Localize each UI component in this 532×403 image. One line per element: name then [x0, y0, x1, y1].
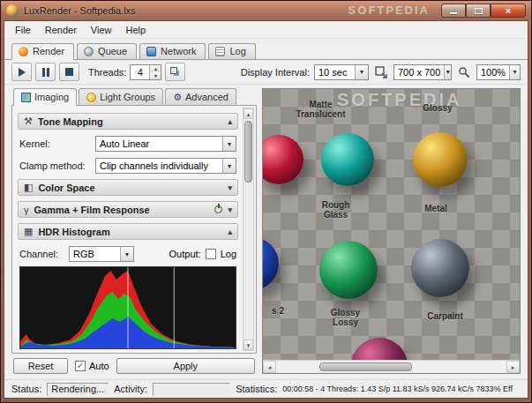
activity-label: Activity: [114, 384, 147, 394]
pause-icon [42, 68, 45, 77]
apply-button[interactable]: Apply [116, 358, 255, 374]
activity-field [153, 383, 230, 396]
histogram-plot [20, 267, 236, 348]
minimize-icon [450, 12, 457, 14]
caption-buttons: × [441, 4, 526, 18]
output-group: Output: Log [169, 249, 236, 259]
client-area: File Render View Help Render Queue Netwo… [4, 20, 528, 399]
scroll-down-icon[interactable]: ▾ [244, 340, 253, 350]
material-label: s 2 [263, 306, 296, 316]
tab-imaging-label: Imaging [34, 92, 69, 102]
maximize-button[interactable] [466, 4, 491, 18]
display-interval-label: Display Interval: [241, 67, 310, 78]
status-field: Rendering... [47, 383, 109, 396]
chevron-down-icon[interactable]: ▾ [222, 159, 236, 173]
light-bulb-icon [86, 93, 96, 102]
power-toggle-icon[interactable] [214, 205, 222, 213]
clamp-method-combo[interactable]: Clip channels individually ▾ [95, 158, 236, 174]
statusbar: Status: Rendering... Activity: Statistic… [4, 379, 528, 398]
luxrender-window: LuxRender - Softpedia.lxs SOFTPEDIA × Fi… [0, 0, 532, 403]
tab-network[interactable]: Network [139, 43, 206, 59]
tab-advanced[interactable]: ⚙ Advanced [165, 88, 236, 105]
chevron-down-icon[interactable]: ▾ [120, 247, 133, 261]
auto-checkbox[interactable]: ✓ [75, 361, 86, 371]
section-gamma-film-response[interactable]: γ Gamma + Film Response ▾ [18, 201, 238, 218]
log-tab-icon [215, 47, 225, 56]
gear-icon: ⚙ [173, 93, 182, 102]
network-tab-icon [146, 47, 156, 56]
menu-view[interactable]: View [84, 23, 119, 37]
close-button[interactable]: × [491, 4, 526, 18]
reset-button[interactable]: Reset [13, 358, 68, 374]
material-label: Glossy Lossy [312, 308, 378, 327]
collapse-icon[interactable]: ▴ [228, 117, 232, 126]
zoom-value: 100% [477, 67, 509, 78]
minimize-button[interactable] [441, 4, 466, 18]
material-label: Rough Glass [298, 200, 373, 220]
collapse-icon[interactable]: ▴ [228, 228, 232, 236]
gamma-title: Gamma + Film Response [34, 205, 150, 215]
stop-icon [65, 68, 73, 76]
material-label: Metal [401, 204, 471, 213]
render-hscrollbar[interactable]: ◂ ▸ [263, 360, 520, 373]
panel-scrollbar-thumb[interactable] [244, 121, 252, 183]
status-label: Status: [11, 384, 41, 394]
log-label: Log [221, 249, 236, 259]
log-checkbox[interactable] [206, 249, 216, 259]
chevron-down-icon[interactable]: ▾ [355, 65, 368, 79]
threads-value: 4 [131, 65, 149, 79]
tab-imaging[interactable]: Imaging [13, 88, 77, 106]
scroll-right-icon[interactable]: ▸ [506, 361, 520, 373]
material-label: Carpaint [408, 311, 483, 321]
section-color-space[interactable]: ◧ Color Space ▾ [18, 179, 238, 196]
stop-button[interactable] [59, 63, 79, 81]
menu-render[interactable]: Render [38, 23, 84, 37]
kernel-combo[interactable]: Auto Linear ▾ [95, 136, 236, 152]
pause-button[interactable] [35, 63, 56, 81]
channel-combo[interactable]: RGB ▾ [69, 246, 134, 262]
close-icon: × [506, 5, 511, 16]
section-hdr-histogram[interactable]: ▦ HDR Histogram ▴ [18, 223, 238, 240]
titlebar[interactable]: LuxRender - Softpedia.lxs SOFTPEDIA × [1, 1, 531, 20]
tab-log[interactable]: Log [208, 43, 255, 59]
chevron-down-icon[interactable]: ▾ [509, 65, 520, 79]
play-icon [19, 68, 26, 77]
hdr-histogram-title: HDR Histogram [38, 227, 109, 237]
resolution-combo[interactable]: 700 x 700 ▾ [393, 64, 452, 80]
section-tone-mapping[interactable]: ⚒ Tone Mapping ▴ [18, 113, 238, 130]
threads-spin-arrows[interactable]: ▴ ▾ [149, 65, 161, 79]
collapse-icon[interactable]: ▾ [228, 205, 232, 214]
gamma-icon: γ [24, 205, 29, 215]
imaging-panel-body: ⚒ Tone Mapping ▴ Kernel: Auto Linear ▾ C… [11, 105, 257, 354]
scroll-up-icon[interactable]: ▴ [244, 108, 253, 119]
clamp-method-value: Clip channels individually [96, 160, 222, 171]
tab-queue[interactable]: Queue [77, 43, 137, 59]
zoom-combo[interactable]: 100% ▾ [476, 64, 521, 80]
tab-render[interactable]: Render [11, 43, 74, 60]
menu-file[interactable]: File [8, 23, 38, 37]
copy-image-button[interactable] [165, 63, 185, 81]
render-canvas[interactable]: SOFTPEDIA Matte Translucent Glossy Rough… [263, 89, 520, 360]
chevron-down-icon[interactable]: ▾ [222, 137, 236, 151]
threads-label: Threads: [88, 67, 126, 78]
threads-stepper[interactable]: 4 ▴ ▾ [130, 64, 161, 80]
queue-tab-icon [84, 47, 94, 56]
scroll-left-icon[interactable]: ◂ [263, 361, 276, 373]
color-space-title: Color Space [38, 183, 94, 193]
spin-down-icon[interactable]: ▾ [150, 72, 161, 79]
copy-icon [170, 67, 177, 74]
spin-up-icon[interactable]: ▴ [150, 65, 161, 72]
menu-help[interactable]: Help [118, 23, 153, 37]
window-title: LuxRender - Softpedia.lxs [24, 5, 136, 16]
tab-log-label: Log [229, 46, 245, 56]
tab-light-groups[interactable]: Light Groups [79, 88, 163, 105]
render-start-button[interactable] [11, 63, 32, 81]
render-hscrollbar-thumb[interactable] [319, 362, 412, 371]
collapse-icon[interactable]: ▾ [228, 183, 232, 192]
panel-scrollbar[interactable]: ▴ ▾ [243, 108, 254, 351]
statistics-label: Statistics: [236, 384, 277, 394]
chevron-down-icon[interactable]: ▾ [444, 65, 451, 79]
render-sphere-green [319, 241, 378, 299]
display-interval-combo[interactable]: 10 sec ▾ [314, 64, 369, 80]
pause-icon-bar [47, 68, 49, 77]
